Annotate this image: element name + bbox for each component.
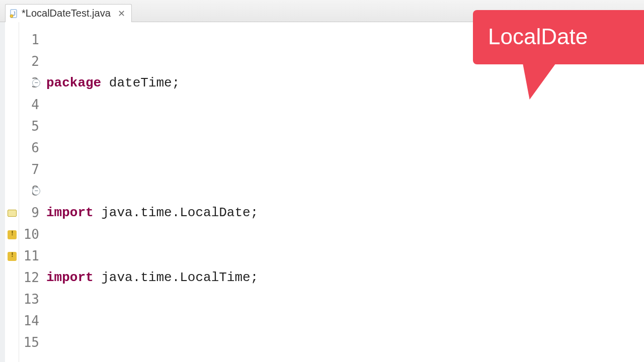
fold-icon[interactable]: − [32,79,40,87]
line-number: 1 [19,29,39,51]
line-number: 3− [19,72,39,94]
svg-point-2 [10,15,13,18]
tab-title: *LocalDateTest.java [22,8,111,19]
line-number: 13 [19,289,39,310]
line-number: 2 [19,51,39,72]
line-number: 4 [19,94,39,116]
callout-tail-icon [514,64,555,100]
line-number: 10 [19,224,39,245]
fold-icon[interactable]: − [32,187,40,195]
line-number: 15 [19,332,39,353]
line-number-gutter: 1 2 3− 4 5 6 7 8− 9 10 11 12 13 14 15 [19,22,43,362]
line-number: 6 [19,137,39,159]
warning-icon[interactable] [8,230,17,239]
line-number: 14 [19,310,39,332]
line-number: 7 [19,159,39,180]
gutter-markers [5,22,19,362]
line-number: 5 [19,116,39,137]
line-number: 11 [19,245,39,267]
callout-label: LocalDate [473,10,644,64]
line-number: 9 [19,202,39,224]
overview-ruler [0,22,5,362]
quickfix-icon[interactable] [8,210,17,217]
close-icon[interactable]: ✕ [118,8,125,19]
code-line [46,137,644,159]
annotation-callout: LocalDate [473,10,644,100]
java-file-icon: J [10,9,19,18]
code-line: import java.time.LocalTime; [46,267,644,289]
warning-icon[interactable] [8,252,17,261]
editor-tab[interactable]: J *LocalDateTest.java ✕ [5,4,132,22]
code-line [46,332,644,353]
code-line: import java.time.LocalDate; [46,202,644,224]
line-number: 8− [19,180,39,202]
line-number: 12 [19,267,39,289]
